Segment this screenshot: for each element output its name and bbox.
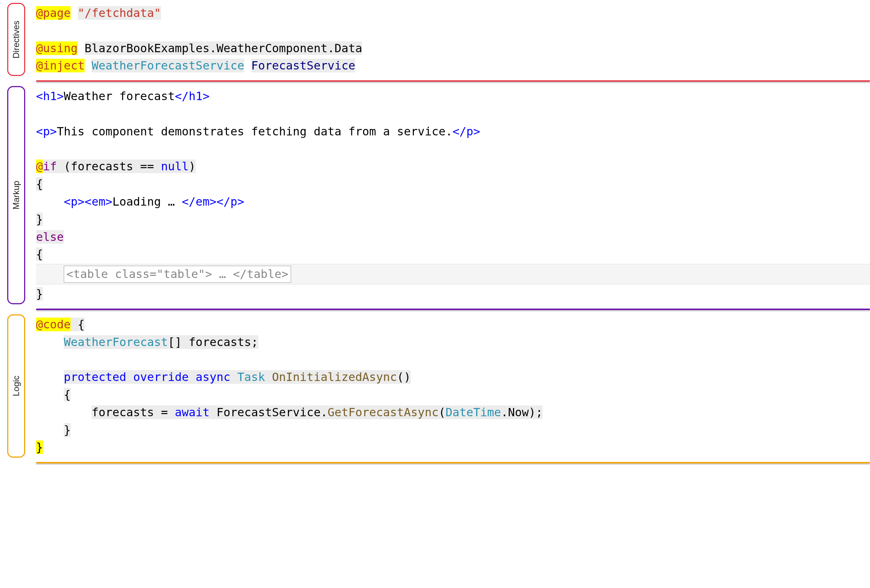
logic-label-box: Logic: [7, 314, 25, 458]
logic-code: @code { WeatherForecast[] forecasts; pro…: [36, 314, 870, 458]
markup-label: Markup: [10, 181, 22, 210]
logic-label: Logic: [10, 375, 22, 396]
collapsed-code-box: <table class="table"> … </table>: [64, 266, 291, 283]
code-line: @using BlazorBookExamples.WeatherCompone…: [36, 40, 870, 57]
directives-label-box: Directives: [7, 3, 25, 76]
code-line: <p>This component demonstrates fetching …: [36, 123, 870, 140]
code-line: @inject WeatherForecastService ForecastS…: [36, 57, 870, 74]
markup-code: <h1>Weather forecast</h1> <p>This compon…: [36, 86, 870, 304]
divider-red: [36, 80, 870, 82]
code-line: {: [36, 176, 870, 193]
code-line: {: [36, 246, 870, 263]
code-line: @code {: [36, 316, 870, 333]
logic-section: Logic @code { WeatherForecast[] forecast…: [0, 311, 870, 460]
code-line: <table class="table"> … </table>: [36, 265, 870, 283]
divider-orange: [36, 462, 870, 463]
code-line: else: [36, 228, 870, 246]
code-line: [36, 351, 870, 368]
code-line: }: [36, 421, 870, 439]
code-line: forecasts = await ForecastService.GetFor…: [36, 403, 870, 421]
code-line: }: [36, 285, 870, 303]
markup-section: Markup <h1>Weather forecast</h1> <p>This…: [0, 83, 870, 307]
code-line: WeatherForecast[] forecasts;: [36, 333, 870, 351]
code-line: [36, 105, 870, 123]
code-line: <p><em>Loading … </em></p>: [36, 193, 870, 211]
code-line: }: [36, 439, 870, 456]
directives-section: Directives @page "/fetchdata" @using Bla…: [0, 0, 870, 79]
markup-label-box: Markup: [7, 86, 25, 304]
code-line: }: [36, 211, 870, 228]
directives-code: @page "/fetchdata" @using BlazorBookExam…: [36, 3, 870, 76]
code-line: protected override async Task OnInitiali…: [36, 368, 870, 386]
code-line: <h1>Weather forecast</h1>: [36, 88, 870, 105]
code-line: @if (forecasts == null): [36, 158, 870, 176]
code-line: @page "/fetchdata": [36, 4, 870, 22]
code-line: [36, 22, 870, 40]
divider-purple: [36, 308, 870, 310]
code-line: {: [36, 386, 870, 403]
code-diagram: Directives @page "/fetchdata" @using Bla…: [0, 0, 870, 463]
directives-label: Directives: [10, 21, 22, 58]
collapsed-region: <table class="table"> … </table>: [36, 264, 870, 284]
code-line: [36, 140, 870, 158]
